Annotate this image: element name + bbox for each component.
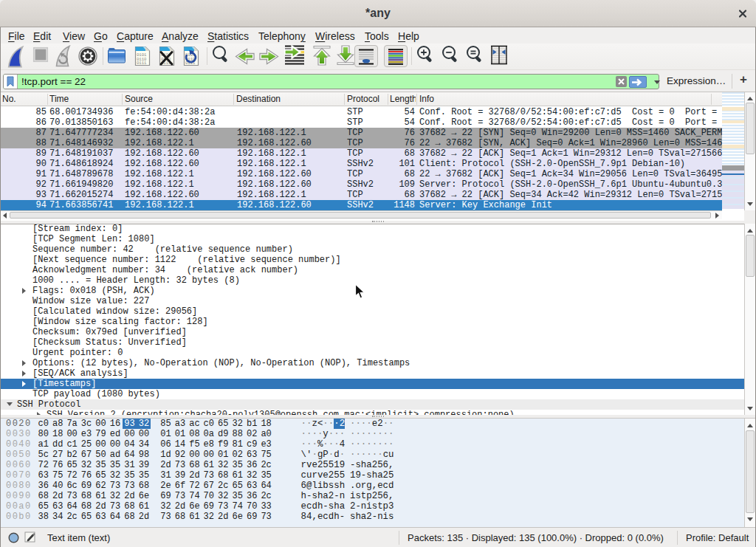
- svg-text:0111: 0111: [137, 61, 147, 66]
